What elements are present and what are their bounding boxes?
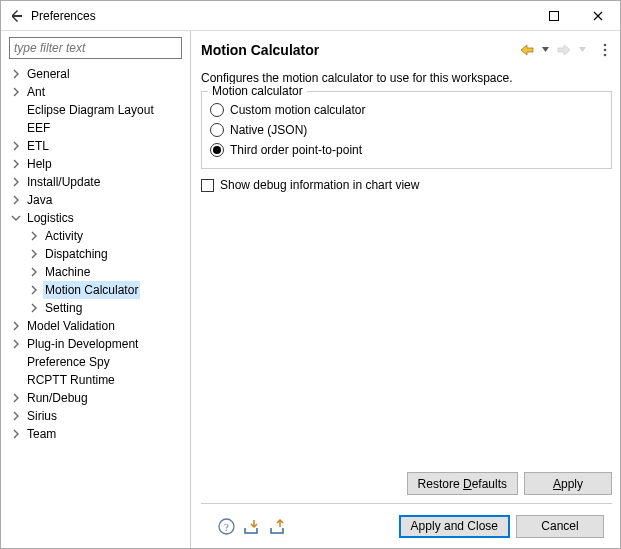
tree-item[interactable]: Sirius — [9, 407, 186, 425]
apply-button[interactable]: Apply — [524, 472, 612, 495]
back-button[interactable] — [518, 44, 536, 56]
back-dropdown-icon[interactable] — [540, 47, 551, 53]
tree-item-label: Run/Debug — [25, 389, 90, 407]
radio-icon[interactable] — [210, 103, 224, 117]
page-buttons: Restore Defaults Apply — [201, 466, 612, 504]
tree-item[interactable]: Help — [9, 155, 186, 173]
window-title: Preferences — [31, 9, 532, 23]
chevron-right-icon[interactable] — [9, 193, 23, 207]
view-menu-icon[interactable] — [598, 43, 612, 57]
sidebar: GeneralAntEclipse Diagram LayoutEEFETLHe… — [1, 31, 191, 548]
radio-option[interactable]: Custom motion calculator — [210, 100, 603, 120]
chevron-right-icon[interactable] — [27, 247, 41, 261]
tree-item-label: ETL — [25, 137, 51, 155]
tree-item[interactable]: Model Validation — [9, 317, 186, 335]
tree-item-label: Plug-in Development — [25, 335, 140, 353]
forward-dropdown-icon[interactable] — [577, 47, 588, 53]
close-button[interactable] — [576, 1, 620, 30]
apply-and-close-button[interactable]: Apply and Close — [399, 515, 510, 538]
svg-point-1 — [604, 44, 607, 47]
chevron-right-icon[interactable] — [27, 283, 41, 297]
tree-item[interactable]: Eclipse Diagram Layout — [9, 101, 186, 119]
body: GeneralAntEclipse Diagram LayoutEEFETLHe… — [1, 31, 620, 548]
chevron-right-icon[interactable] — [27, 301, 41, 315]
tree-item[interactable]: Dispatching — [27, 245, 186, 263]
chevron-right-icon[interactable] — [9, 85, 23, 99]
tree-item-label: EEF — [25, 119, 52, 137]
tree-item-label: Ant — [25, 83, 47, 101]
chevron-right-icon[interactable] — [27, 229, 41, 243]
tree-item[interactable]: Logistics — [9, 209, 186, 227]
dialog-footer: ? Apply and Close Cancel — [201, 504, 612, 548]
chevron-right-icon[interactable] — [9, 175, 23, 189]
tree-item[interactable]: ETL — [9, 137, 186, 155]
tree-item-label: Activity — [43, 227, 85, 245]
chevron-right-icon[interactable] — [9, 157, 23, 171]
tree-item[interactable]: General — [9, 65, 186, 83]
main-panel: Motion Calculator — [191, 31, 620, 548]
tree-item-label: General — [25, 65, 72, 83]
radio-label: Native (JSON) — [230, 123, 307, 137]
tree-item[interactable]: Install/Update — [9, 173, 186, 191]
tree-item-label: Dispatching — [43, 245, 110, 263]
tree-item-label: Team — [25, 425, 58, 443]
group-legend: Motion calculator — [208, 84, 307, 98]
radio-label: Custom motion calculator — [230, 103, 365, 117]
chevron-down-icon[interactable] — [9, 211, 23, 225]
svg-text:?: ? — [224, 520, 229, 532]
tree-item[interactable]: Machine — [27, 263, 186, 281]
tree-item[interactable]: Team — [9, 425, 186, 443]
debug-checkbox-row[interactable]: Show debug information in chart view — [201, 175, 612, 195]
radio-option[interactable]: Native (JSON) — [210, 120, 603, 140]
tree-item[interactable]: Ant — [9, 83, 186, 101]
tree-item[interactable]: Java — [9, 191, 186, 209]
tree-item-label: Install/Update — [25, 173, 102, 191]
tree-item[interactable]: Plug-in Development — [9, 335, 186, 353]
tree-item-label: Motion Calculator — [43, 281, 140, 299]
preferences-window: Preferences GeneralAntEclipse Diagram La… — [0, 0, 621, 549]
tree-item-label: Model Validation — [25, 317, 117, 335]
tree-item[interactable]: Motion Calculator — [27, 281, 186, 299]
cancel-button[interactable]: Cancel — [516, 515, 604, 538]
tree-item[interactable]: Run/Debug — [9, 389, 186, 407]
debug-checkbox[interactable] — [201, 179, 214, 192]
tree-item-label: Setting — [43, 299, 84, 317]
preferences-tree[interactable]: GeneralAntEclipse Diagram LayoutEEFETLHe… — [5, 65, 186, 548]
maximize-button[interactable] — [532, 1, 576, 30]
tree-item[interactable]: RCPTT Runtime — [9, 371, 186, 389]
tree-item[interactable]: Preference Spy — [9, 353, 186, 371]
forward-button[interactable] — [555, 44, 573, 56]
radio-icon[interactable] — [210, 143, 224, 157]
radio-option[interactable]: Third order point-to-point — [210, 140, 603, 160]
filter-input[interactable] — [9, 37, 182, 59]
chevron-right-icon[interactable] — [9, 337, 23, 351]
chevron-right-icon[interactable] — [9, 391, 23, 405]
import-icon[interactable] — [243, 517, 261, 535]
tree-item-label: Help — [25, 155, 54, 173]
chevron-right-icon[interactable] — [9, 427, 23, 441]
footer-buttons: Apply and Close Cancel — [399, 515, 604, 538]
radio-icon[interactable] — [210, 123, 224, 137]
radio-label: Third order point-to-point — [230, 143, 362, 157]
tree-item-label: Logistics — [25, 209, 76, 227]
app-icon — [9, 8, 25, 24]
chevron-right-icon[interactable] — [9, 319, 23, 333]
svg-rect-0 — [550, 11, 559, 20]
export-icon[interactable] — [269, 517, 287, 535]
tree-item[interactable]: Setting — [27, 299, 186, 317]
tree-item[interactable]: EEF — [9, 119, 186, 137]
chevron-right-icon[interactable] — [9, 67, 23, 81]
tree-item-label: Sirius — [25, 407, 59, 425]
page-title: Motion Calculator — [201, 42, 518, 58]
help-icon[interactable]: ? — [217, 517, 235, 535]
chevron-right-icon[interactable] — [9, 409, 23, 423]
motion-calculator-group: Motion calculator Custom motion calculat… — [201, 91, 612, 169]
tree-item[interactable]: Activity — [27, 227, 186, 245]
chevron-right-icon[interactable] — [27, 265, 41, 279]
svg-point-3 — [604, 54, 607, 57]
nav-toolbar — [518, 43, 612, 57]
chevron-right-icon[interactable] — [9, 139, 23, 153]
tree-item-label: Java — [25, 191, 54, 209]
filter-box — [9, 37, 182, 59]
restore-defaults-button[interactable]: Restore Defaults — [407, 472, 518, 495]
